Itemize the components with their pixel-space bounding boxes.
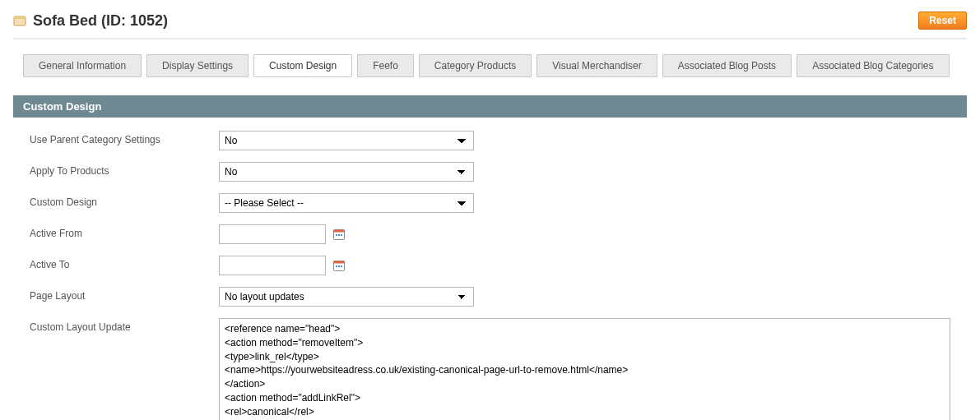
svg-rect-9 <box>336 265 337 267</box>
input-active-from[interactable] <box>219 224 326 244</box>
calendar-icon[interactable] <box>332 228 346 241</box>
row-use-parent: Use Parent Category Settings No <box>30 131 950 150</box>
svg-rect-6 <box>341 234 342 236</box>
textarea-custom-layout-update[interactable] <box>219 318 950 420</box>
row-active-to: Active To <box>30 256 950 275</box>
page-title: Sofa Bed (ID: 1052) <box>33 12 168 30</box>
svg-rect-11 <box>341 265 342 267</box>
row-apply-to-products: Apply To Products No <box>30 162 950 182</box>
tab-associated-blog-posts[interactable]: Associated Blog Posts <box>662 54 792 77</box>
calendar-icon[interactable] <box>332 259 346 272</box>
svg-rect-4 <box>336 234 337 236</box>
row-active-from: Active From <box>30 224 950 244</box>
row-custom-layout-update: Custom Layout Update <box>30 318 950 420</box>
label-page-layout: Page Layout <box>30 287 219 302</box>
input-active-to[interactable] <box>219 256 326 275</box>
select-custom-design[interactable]: -- Please Select -- <box>219 193 474 213</box>
select-page-layout[interactable]: No layout updates <box>219 287 474 307</box>
category-icon <box>13 14 26 27</box>
form-body: Use Parent Category Settings No Apply To… <box>13 118 967 420</box>
tab-associated-blog-categories[interactable]: Associated Blog Categories <box>797 54 949 77</box>
title-wrap: Sofa Bed (ID: 1052) <box>13 12 168 30</box>
tab-feefo[interactable]: Feefo <box>357 54 414 77</box>
tab-category-products[interactable]: Category Products <box>419 54 532 77</box>
tab-custom-design[interactable]: Custom Design <box>253 54 352 77</box>
section-header: Custom Design <box>13 95 967 118</box>
tab-general-information[interactable]: General Information <box>23 54 142 77</box>
label-active-from: Active From <box>30 224 219 239</box>
select-apply-to-products[interactable]: No <box>219 162 474 182</box>
tab-display-settings[interactable]: Display Settings <box>146 54 248 77</box>
svg-rect-1 <box>14 16 26 19</box>
tabs-bar: General Information Display Settings Cus… <box>23 54 967 77</box>
label-custom-layout-update: Custom Layout Update <box>30 318 219 333</box>
label-custom-design: Custom Design <box>30 193 219 208</box>
custom-design-section: Custom Design Use Parent Category Settin… <box>13 95 967 420</box>
svg-rect-3 <box>334 230 345 233</box>
tab-visual-merchandiser[interactable]: Visual Merchandiser <box>536 54 657 77</box>
row-custom-design: Custom Design -- Please Select -- <box>30 193 950 213</box>
label-active-to: Active To <box>30 256 219 270</box>
row-page-layout: Page Layout No layout updates <box>30 287 950 307</box>
page-header: Sofa Bed (ID: 1052) Reset <box>13 8 967 39</box>
svg-rect-5 <box>338 234 340 236</box>
select-use-parent[interactable]: No <box>219 131 474 150</box>
svg-rect-10 <box>338 265 340 267</box>
label-apply-to-products: Apply To Products <box>30 162 219 177</box>
reset-button[interactable]: Reset <box>918 12 967 30</box>
label-use-parent: Use Parent Category Settings <box>30 131 219 145</box>
svg-rect-8 <box>334 261 345 264</box>
